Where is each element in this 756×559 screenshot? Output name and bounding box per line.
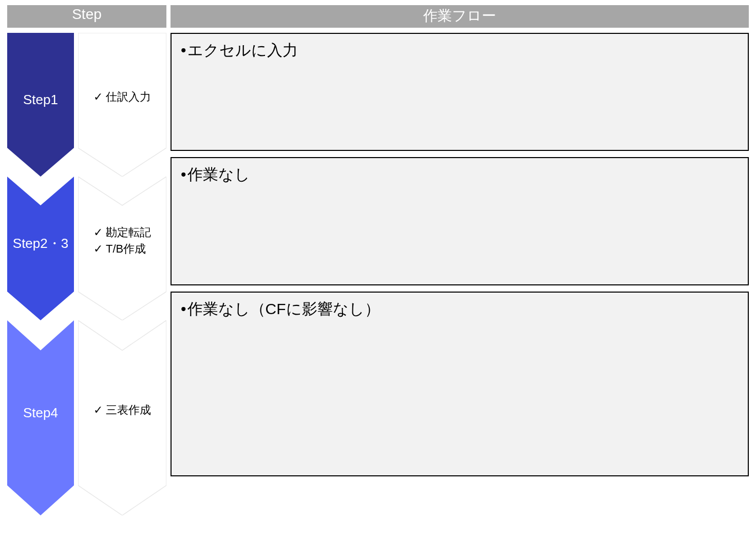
diagram-root: Step 作業フロー Step1 Step2・3	[7, 5, 749, 515]
flow-box-2: •作業なし	[171, 157, 749, 285]
body-row: Step1 Step2・3 Step4	[7, 33, 749, 515]
step-arrow-2: Step2・3	[7, 177, 74, 320]
check-text: 勘定転記	[106, 226, 151, 239]
check-icon: ✓	[93, 242, 103, 255]
header-row: Step 作業フロー	[7, 5, 749, 28]
step-label: Step1	[23, 92, 58, 108]
bullet-icon: •	[181, 166, 186, 183]
check-icon: ✓	[93, 226, 103, 239]
check-text: 仕訳入力	[106, 90, 151, 103]
flow-text: エクセルに入力	[187, 42, 298, 59]
flow-column: •エクセルに入力 •作業なし •作業なし（CFに影響なし）	[171, 33, 749, 515]
check-chevron-1: ✓仕訳入力	[78, 33, 166, 177]
header-flow: 作業フロー	[171, 5, 749, 28]
check-item: ✓仕訳入力	[93, 89, 151, 105]
check-text: T/B作成	[106, 242, 146, 255]
check-item: ✓勘定転記	[93, 224, 151, 241]
flow-box-3: •作業なし（CFに影響なし）	[171, 292, 749, 476]
flow-box-1: •エクセルに入力	[171, 33, 749, 151]
step-label: Step2・3	[13, 235, 68, 253]
check-text: 三表作成	[106, 403, 151, 416]
check-items: ✓仕訳入力	[93, 89, 151, 105]
step-label: Step4	[23, 405, 58, 421]
bullet-icon: •	[181, 42, 186, 59]
step-arrow-1: Step1	[7, 33, 74, 177]
check-items: ✓勘定転記 ✓T/B作成	[93, 224, 151, 257]
flow-text: 作業なし（CFに影響なし）	[187, 300, 380, 317]
header-step: Step	[7, 5, 166, 28]
check-chevron-3: ✓三表作成	[78, 320, 166, 515]
check-chevron-2: ✓勘定転記 ✓T/B作成	[78, 177, 166, 320]
bullet-icon: •	[181, 300, 186, 317]
step-arrow-column: Step1 Step2・3 Step4	[7, 33, 74, 515]
flow-text: 作業なし	[187, 166, 250, 183]
check-item: ✓T/B作成	[93, 241, 151, 257]
check-chevron-column: ✓仕訳入力 ✓勘定転記 ✓T/B作成	[78, 33, 166, 515]
check-icon: ✓	[93, 90, 103, 103]
check-icon: ✓	[93, 403, 103, 416]
left-column: Step1 Step2・3 Step4	[7, 33, 166, 515]
step-arrow-3: Step4	[7, 320, 74, 515]
check-items: ✓三表作成	[93, 402, 151, 418]
check-item: ✓三表作成	[93, 402, 151, 418]
